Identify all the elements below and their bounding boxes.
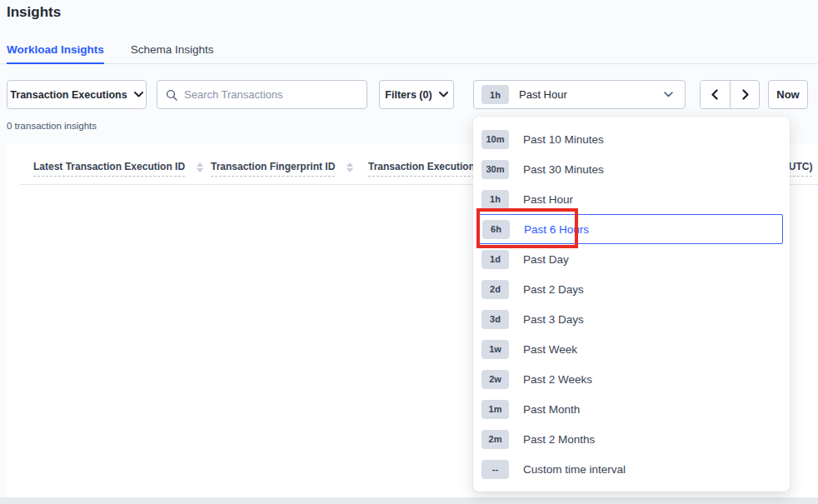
- time-interval-badge: 1h: [481, 85, 509, 104]
- time-interval-label: Past Hour: [519, 88, 567, 101]
- time-option-badge: 1d: [481, 250, 509, 269]
- time-option-label: Past 2 Months: [523, 433, 595, 446]
- time-option-label: Past 3 Days: [523, 313, 584, 326]
- time-option-1d[interactable]: 1d Past Day: [473, 244, 790, 274]
- time-interval-dropdown: 10m Past 10 Minutes 30m Past 30 Minutes …: [473, 117, 790, 492]
- search-icon: [166, 89, 177, 101]
- time-option-30m[interactable]: 30m Past 30 Minutes: [473, 154, 790, 184]
- search-input[interactable]: [184, 88, 358, 101]
- insights-count: 0 transaction insights: [7, 121, 97, 131]
- tab-bar: Workload Insights Schema Insights: [0, 38, 818, 64]
- chevron-down-icon: [134, 92, 143, 97]
- column-label: Transaction Fingerprint ID: [211, 161, 335, 177]
- time-option-1m[interactable]: 1m Past Month: [473, 394, 790, 424]
- next-interval-button[interactable]: [730, 81, 759, 108]
- tab-schema-insights[interactable]: Schema Insights: [131, 43, 214, 63]
- time-option-label: Past Week: [523, 343, 577, 356]
- time-option-label: Past 2 Days: [523, 283, 584, 296]
- now-button[interactable]: Now: [768, 80, 808, 109]
- table-column-header: Transaction Execution: [368, 161, 475, 177]
- insights-page: Insights Workload Insights Schema Insigh…: [0, 0, 818, 504]
- time-option-1h[interactable]: 1h Past Hour: [473, 184, 790, 214]
- time-option-badge: 1h: [481, 190, 509, 209]
- filters-button[interactable]: Filters (0): [379, 80, 454, 109]
- time-interval-select[interactable]: 1h Past Hour: [473, 80, 686, 109]
- execution-type-select[interactable]: Transaction Executions: [7, 80, 147, 109]
- time-option-label: Past 10 Minutes: [523, 133, 604, 146]
- page-title: Insights: [7, 4, 61, 21]
- table-column-header: Latest Transaction Execution ID: [33, 161, 203, 177]
- time-arrows: [700, 80, 760, 109]
- time-option-badge: 6h: [482, 220, 510, 239]
- chevron-down-icon: [439, 92, 448, 97]
- time-option-badge: 2w: [481, 370, 509, 389]
- time-option-label: Past Hour: [523, 193, 573, 206]
- time-option-label: Custom time interval: [523, 463, 626, 476]
- time-option-badge: 3d: [481, 310, 509, 329]
- time-option-badge: 2d: [481, 280, 509, 299]
- execution-type-label: Transaction Executions: [10, 89, 127, 101]
- time-option-badge: 1m: [481, 400, 509, 419]
- sort-icon[interactable]: [347, 162, 353, 172]
- time-option-badge: 1w: [481, 340, 509, 359]
- search-box[interactable]: [157, 80, 367, 109]
- sort-icon[interactable]: [197, 162, 203, 172]
- time-option-badge: 10m: [481, 130, 509, 149]
- column-label: Latest Transaction Execution ID: [33, 161, 185, 177]
- time-option-badge: --: [481, 460, 509, 479]
- chevron-down-icon: [664, 92, 673, 97]
- time-option-6h[interactable]: 6h Past 6 Hours: [477, 214, 783, 244]
- time-option-3d[interactable]: 3d Past 3 Days: [473, 304, 790, 334]
- chevron-left-icon: [710, 89, 721, 100]
- time-option-badge: 2m: [481, 430, 509, 449]
- table-column-header: Transaction Fingerprint ID: [211, 161, 353, 177]
- tab-workload-insights[interactable]: Workload Insights: [7, 43, 104, 63]
- time-option-label: Past 2 Weeks: [523, 373, 592, 386]
- time-option-badge: 30m: [481, 160, 509, 179]
- chevron-right-icon: [740, 89, 751, 100]
- bottom-strip: [0, 497, 818, 504]
- time-option-custom[interactable]: -- Custom time interval: [473, 454, 790, 484]
- time-option-10m[interactable]: 10m Past 10 Minutes: [473, 124, 790, 154]
- toolbar: Transaction Executions Filters (0) 1h Pa…: [7, 80, 808, 109]
- time-option-label: Past Day: [523, 253, 569, 266]
- time-option-label: Past 30 Minutes: [523, 163, 604, 176]
- time-option-2m[interactable]: 2m Past 2 Months: [473, 424, 790, 454]
- time-option-2w[interactable]: 2w Past 2 Weeks: [473, 364, 790, 394]
- time-option-2d[interactable]: 2d Past 2 Days: [473, 274, 790, 304]
- filters-label: Filters (0): [385, 89, 431, 101]
- time-option-1w[interactable]: 1w Past Week: [473, 334, 790, 364]
- time-option-label: Past Month: [523, 403, 580, 416]
- time-option-label: Past 6 Hours: [524, 223, 589, 236]
- column-label: Transaction Execution: [368, 161, 475, 177]
- previous-interval-button[interactable]: [701, 81, 730, 108]
